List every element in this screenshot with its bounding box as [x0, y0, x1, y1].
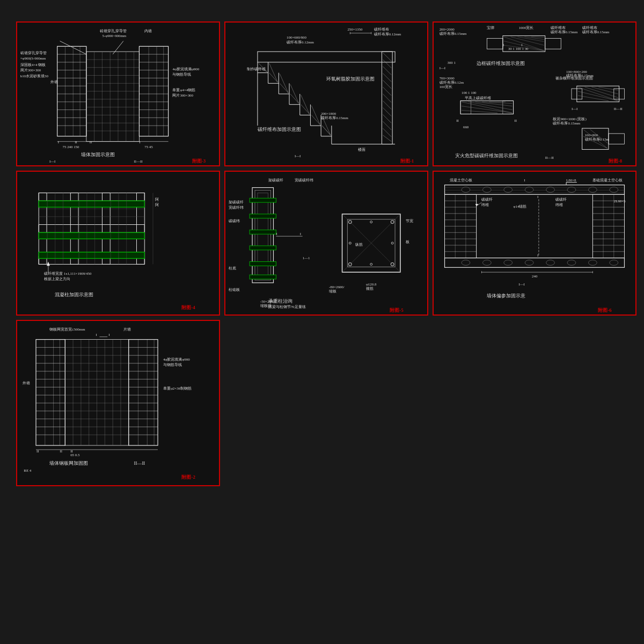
svg-text:碳纤布厚0.15mm: 碳纤布厚0.15mm — [320, 116, 348, 120]
svg-text:II: II — [456, 119, 459, 122]
svg-text:100 1 100: 100 1 100 — [462, 91, 477, 94]
panel-top-left: 砖墙穿孔,穿导管 5-φ900~900mm 内墙 砖墙穿孔穿导管 +φ900(S… — [16, 21, 220, 166]
svg-text:墙体偏参加固示意: 墙体偏参加固示意 — [486, 293, 525, 298]
svg-text:碳碳纤: 碳碳纤 — [481, 197, 493, 201]
svg-text:II—II: II—II — [134, 159, 143, 163]
svg-text:钢板网宽首宽≤500mm: 钢板网宽首宽≤500mm — [49, 327, 85, 332]
svg-text:2L60×5: 2L60×5 — [614, 199, 626, 203]
panel-top-mid: 250×1350 碳纤维布 碳纤布厚0.12mm 制作碳纤维 100×600/8… — [224, 21, 428, 166]
svg-text:内墙: 内墙 — [144, 29, 152, 33]
svg-text:外墙: 外墙 — [50, 80, 58, 84]
svg-text:碳纤布厚0.15mm: 碳纤布厚0.15mm — [566, 74, 594, 77]
svg-rect-243 — [250, 230, 276, 234]
svg-rect-213 — [39, 252, 144, 259]
svg-text:碳纤维布: 碳纤维布 — [550, 26, 566, 30]
svg-text:附图-5: 附图-5 — [390, 308, 404, 313]
svg-text:碳纤布厚0.12mm: 碳纤布厚0.12mm — [286, 40, 314, 44]
svg-text:I—I: I—I — [295, 154, 301, 158]
svg-text:碳纤维布加固示意图: 碳纤维布加固示意图 — [257, 127, 301, 132]
svg-text:碳纤布厚0.15mm: 碳纤布厚0.15mm — [439, 32, 467, 35]
svg-text:与钢筋导线: 与钢筋导线 — [172, 72, 191, 77]
svg-text:75 45: 75 45 — [144, 145, 153, 149]
svg-text:φ14锚筋: φ14锚筋 — [514, 204, 527, 208]
svg-text:节宽: 节宽 — [406, 219, 413, 223]
svg-text:b10水泥砂浆填50: b10水泥砂浆填50 — [20, 74, 49, 78]
svg-text:I—I: I—I — [572, 107, 578, 111]
svg-point-336 — [546, 260, 555, 266]
svg-point-291 — [504, 187, 513, 193]
svg-text:I—I: I—I — [440, 66, 446, 70]
svg-text:II: II — [75, 140, 77, 144]
svg-rect-245 — [250, 261, 276, 266]
svg-text:660: 660 — [463, 125, 469, 129]
svg-text:75 240 150: 75 240 150 — [63, 145, 79, 149]
svg-text:柱础板: 柱础板 — [229, 288, 240, 291]
svg-text:砖墙穿孔,穿导管: 砖墙穿孔,穿导管 — [99, 29, 127, 33]
svg-rect-212 — [39, 232, 144, 239]
svg-text:100×800: 100×800 — [585, 133, 598, 137]
svg-point-333 — [482, 260, 491, 266]
svg-text:墙体加固示意图: 墙体加固示意图 — [80, 152, 115, 157]
svg-rect-241 — [250, 198, 276, 202]
svg-text:附图-4: 附图-4 — [181, 305, 195, 310]
svg-text:宝绑: 宝绑 — [487, 26, 494, 30]
svg-text:4φ胶泥填满φ900: 4φ胶泥填满φ900 — [163, 357, 190, 362]
svg-text:跟梁与柱钢节70足量练: 跟梁与柱钢节70足量练 — [268, 305, 306, 309]
svg-text:200×1800: 200×1800 — [321, 112, 336, 115]
svg-point-292 — [525, 187, 533, 193]
svg-text:碳纤布厚0.12m: 碳纤布厚0.12m — [439, 80, 464, 84]
svg-text:板: 板 — [405, 240, 409, 244]
svg-text:II—II: II—II — [134, 460, 145, 466]
svg-text:65 0.5: 65 0.5 — [70, 453, 80, 457]
svg-text:架碳碳纤: 架碳碳纤 — [268, 178, 283, 182]
svg-text:阿: 阿 — [155, 197, 159, 201]
svg-text:-80×2600/: -80×2600/ — [329, 285, 345, 289]
svg-text:碳纤布厚0.15mm: 碳纤布厚0.15mm — [550, 30, 578, 34]
svg-text:附图-6: 附图-6 — [598, 308, 612, 313]
svg-text:板泥900×1000 (宽板): 板泥900×1000 (宽板) — [552, 117, 586, 121]
svg-text:100×800×200: 100×800×200 — [566, 70, 587, 74]
panel-mid-left: 阿 阿 碳纤维宽度 1x1,111×1909/450 根据上梁之方向 混凝柱加固… — [16, 171, 220, 316]
svg-text:楼面: 楼面 — [358, 148, 365, 152]
svg-text:与钢筋导线: 与钢筋导线 — [163, 363, 182, 367]
svg-text:碳纤维布: 碳纤维布 — [374, 27, 389, 31]
svg-text:碳碳纬: 碳碳纬 — [228, 219, 240, 223]
svg-text:250×1350: 250×1350 — [347, 27, 363, 31]
svg-text:II: II — [515, 119, 517, 122]
svg-text:外墙: 外墙 — [23, 381, 30, 385]
svg-text:碳纤布厚0.15mm: 碳纤布厚0.15mm — [582, 30, 610, 34]
svg-text:II—II: II—II — [545, 156, 554, 159]
svg-text:灾火危型碳碳纤维加固示意图: 灾火危型碳碳纤维加固示意图 — [455, 153, 518, 158]
svg-text:II: II — [90, 140, 92, 144]
svg-text:附图-2: 附图-2 — [181, 474, 195, 480]
svg-point-295 — [588, 187, 597, 193]
svg-text:环氧树脂胶加固示意图: 环氧树脂胶加固示意图 — [326, 76, 375, 82]
svg-text:根据上梁之方向: 根据上梁之方向 — [44, 277, 70, 281]
panel-top-right: 200×2000 碳纤布厚0.15mm 宝绑 1000宽长 碳纤维布 碳纤维布 … — [433, 21, 636, 166]
svg-point-338 — [588, 260, 597, 266]
svg-text:240: 240 — [532, 274, 538, 278]
svg-text:架碳碳纤: 架碳碳纤 — [229, 200, 244, 204]
svg-text:纬维: 纬维 — [555, 203, 563, 207]
svg-text:深固板4×4 钢板: 深固板4×4 钢板 — [20, 63, 46, 67]
svg-rect-235 — [226, 172, 427, 314]
svg-text:混凝柱加固示意图: 混凝柱加固示意图 — [55, 292, 93, 297]
svg-text:混凝土空心板: 混凝土空心板 — [450, 178, 472, 182]
svg-text:1—1: 1—1 — [303, 256, 310, 260]
svg-text:缩板: 缩板 — [329, 289, 336, 293]
svg-point-293 — [546, 187, 555, 193]
svg-rect-242 — [250, 214, 276, 218]
svg-point-332 — [462, 260, 470, 266]
svg-text:片墙: 片墙 — [123, 327, 131, 331]
svg-text:网片300×300: 网片300×300 — [172, 93, 193, 97]
svg-text:宽碳纤纬: 宽碳纤纬 — [229, 206, 244, 210]
panel-mid-center: 架碳碳纤 宽碳碳纤纬 架碳碳纤 — [224, 171, 428, 316]
svg-text:承重柱治询: 承重柱治询 — [268, 298, 292, 304]
svg-text:I—I: I—I — [49, 159, 56, 163]
svg-text:边框碳纤维加固示意图: 边框碳纤维加固示意图 — [477, 61, 525, 66]
svg-text:5-φ900~900mm: 5-φ900~900mm — [102, 34, 126, 38]
svg-point-289 — [462, 187, 470, 193]
svg-text:两片300×300: 两片300×300 — [20, 68, 41, 72]
panel-bottom-left: 钢板网宽首宽≤500mm 片墙 I I 外墙 — [16, 320, 220, 486]
svg-point-335 — [525, 260, 533, 266]
